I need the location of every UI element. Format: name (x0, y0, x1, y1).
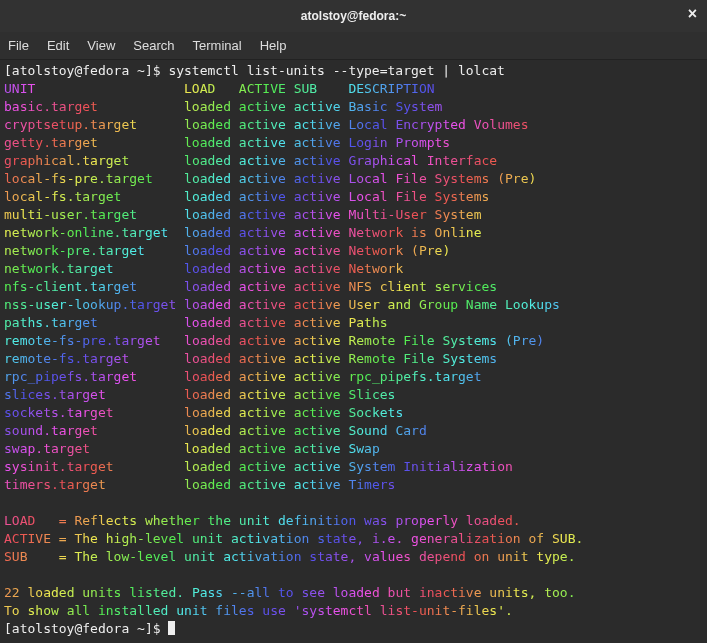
close-icon[interactable]: × (688, 5, 697, 23)
window-title: atolstoy@fedora:~ (301, 7, 406, 25)
menu-search[interactable]: Search (133, 37, 174, 55)
shell-command: systemctl list-units --type=target | lol… (168, 63, 505, 78)
menu-terminal[interactable]: Terminal (193, 37, 242, 55)
menu-edit[interactable]: Edit (47, 37, 69, 55)
window-titlebar: atolstoy@fedora:~ × (0, 0, 707, 32)
shell-prompt: [atolstoy@fedora ~]$ (4, 621, 168, 636)
menu-view[interactable]: View (87, 37, 115, 55)
terminal-output[interactable]: [atolstoy@fedora ~]$ systemctl list-unit… (0, 60, 707, 640)
menu-bar: File Edit View Search Terminal Help (0, 32, 707, 60)
shell-prompt: [atolstoy@fedora ~]$ (4, 63, 168, 78)
menu-file[interactable]: File (8, 37, 29, 55)
text-cursor (168, 621, 175, 635)
menu-help[interactable]: Help (260, 37, 287, 55)
